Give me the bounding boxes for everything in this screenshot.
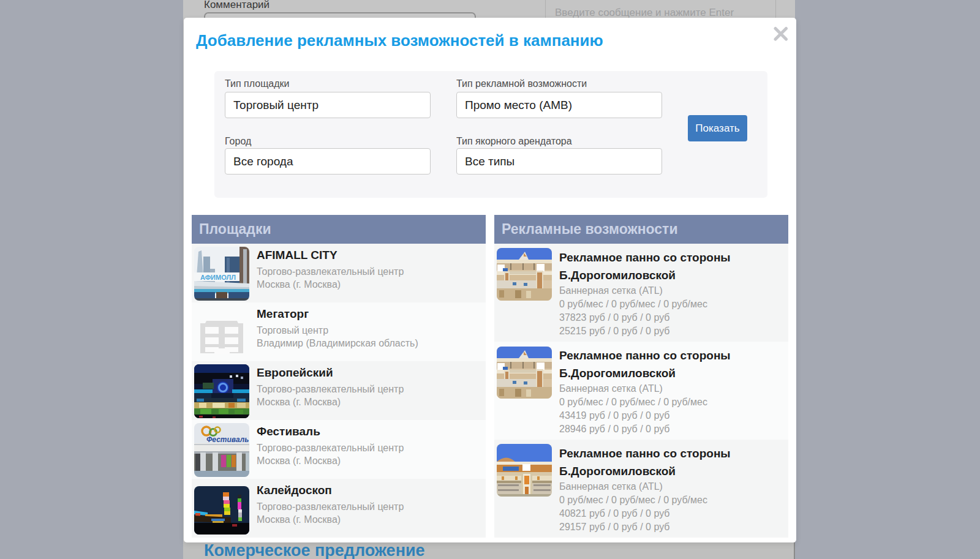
svg-text:АФИМОЛЛ: АФИМОЛЛ <box>200 274 236 281</box>
svg-text:Фестиваль: Фестиваль <box>206 435 249 444</box>
